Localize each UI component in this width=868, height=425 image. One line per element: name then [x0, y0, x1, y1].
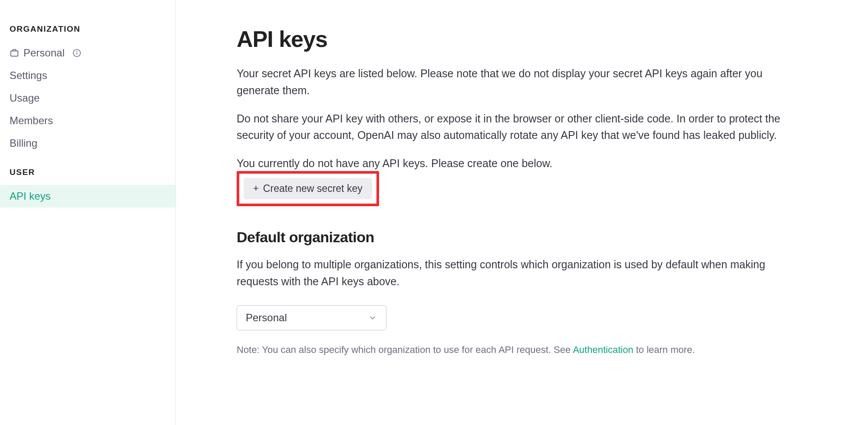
intro-paragraph-1: Your secret API keys are listed below. P… — [237, 65, 801, 99]
sidebar-item-label: Usage — [10, 92, 40, 104]
create-secret-key-button[interactable]: + Create new secret key — [244, 178, 372, 199]
default-org-description: If you belong to multiple organizations,… — [237, 256, 801, 290]
sidebar-heading-organization: ORGANIZATION — [0, 24, 175, 42]
default-org-heading: Default organization — [237, 229, 801, 246]
svg-rect-0 — [11, 51, 18, 56]
sidebar-heading-user: USER — [0, 168, 175, 185]
footnote-prefix: Note: You can also specify which organiz… — [237, 344, 573, 355]
footnote: Note: You can also specify which organiz… — [237, 343, 801, 357]
footnote-suffix: to learn more. — [634, 344, 695, 355]
plus-icon: + — [253, 184, 259, 193]
chevron-down-icon — [368, 313, 377, 323]
sidebar-item-label: Billing — [10, 137, 37, 149]
intro-paragraph-2: Do not share your API key with others, o… — [237, 110, 801, 144]
page-title: API keys — [237, 26, 801, 52]
sidebar-item-label: Members — [10, 115, 53, 127]
create-button-label: Create new secret key — [263, 183, 363, 194]
sidebar-item-org-personal[interactable]: Personal — [0, 42, 175, 64]
sidebar-item-settings[interactable]: Settings — [0, 64, 175, 87]
svg-point-3 — [76, 51, 77, 52]
main-content: API keys Your secret API keys are listed… — [176, 0, 868, 425]
sidebar-item-api-keys[interactable]: API keys — [0, 185, 175, 208]
default-org-select[interactable]: Personal — [237, 305, 386, 330]
sidebar-org-name: Personal — [23, 47, 65, 59]
sidebar-item-billing[interactable]: Billing — [0, 132, 175, 155]
select-value: Personal — [246, 312, 287, 324]
info-icon[interactable] — [72, 48, 82, 58]
briefcase-icon — [10, 48, 19, 58]
sidebar-item-label: Settings — [10, 69, 47, 82]
authentication-link[interactable]: Authentication — [573, 344, 633, 355]
create-key-highlight-box: + Create new secret key — [237, 171, 379, 206]
sidebar-item-members[interactable]: Members — [0, 109, 175, 132]
sidebar-item-usage[interactable]: Usage — [0, 87, 175, 109]
no-keys-message: You currently do not have any API keys. … — [237, 155, 801, 172]
sidebar-item-label: API keys — [10, 190, 51, 202]
sidebar: ORGANIZATION Personal Settings Usage Mem… — [0, 0, 176, 425]
